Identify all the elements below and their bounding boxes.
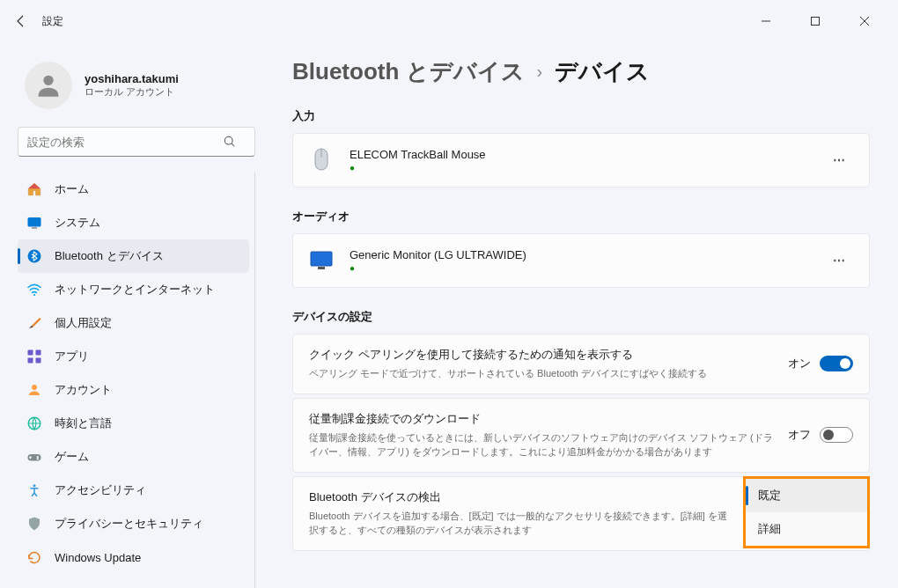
home-icon [26, 181, 42, 197]
svg-rect-22 [318, 267, 325, 269]
search-input[interactable] [18, 127, 255, 157]
sidebar-item-accounts[interactable]: アカウント [18, 373, 249, 407]
maximize-button[interactable] [799, 9, 831, 33]
device-name: ELECOM TrackBall Mouse [350, 148, 825, 161]
svg-rect-21 [311, 252, 332, 266]
svg-point-13 [32, 385, 37, 390]
user-name: yoshihara.takumi [85, 72, 179, 85]
chevron-right-icon: › [537, 62, 543, 82]
bluetooth-icon [26, 248, 42, 264]
svg-point-18 [33, 484, 36, 487]
dropdown-option-default[interactable]: 既定 [746, 479, 867, 512]
sidebar-item-network[interactable]: ネットワークとインターネット [18, 273, 249, 306]
more-button[interactable]: ⋯ [825, 246, 853, 275]
sidebar-item-bluetooth[interactable]: Bluetooth とデバイス [18, 239, 249, 273]
section-input-label: 入力 [292, 108, 870, 124]
nav-label: ホーム [55, 181, 89, 197]
apps-icon [26, 349, 42, 364]
sidebar-item-privacy[interactable]: プライバシーとセキュリティ [18, 507, 249, 540]
sidebar-item-home[interactable]: ホーム [18, 173, 249, 206]
nav-label: Windows Update [55, 551, 141, 564]
breadcrumb: Bluetooth とデバイス › デバイス [292, 56, 870, 87]
user-subtitle: ローカル アカウント [85, 85, 179, 99]
more-button[interactable]: ⋯ [825, 146, 853, 174]
system-icon [26, 215, 42, 231]
svg-rect-9 [28, 350, 33, 356]
svg-point-16 [37, 456, 39, 458]
account-icon [26, 382, 42, 398]
back-button[interactable] [11, 11, 32, 32]
nav-label: アカウント [55, 382, 112, 398]
sidebar-item-time-language[interactable]: 時刻と言語 [18, 407, 249, 440]
sidebar-item-apps[interactable]: アプリ [18, 340, 249, 373]
gamepad-icon [26, 449, 42, 465]
nav-label: アクセシビリティ [55, 482, 146, 498]
device-name: Generic Monitor (LG ULTRAWIDE) [350, 248, 825, 261]
setting-title: クイック ペアリングを使用して接続するための通知を表示する [309, 347, 774, 363]
mouse-icon [309, 147, 334, 173]
setting-desc: Bluetooth デバイスを追加する場合、[既定] では一般的なアクセサリを接… [309, 509, 735, 538]
sidebar-item-windows-update[interactable]: Windows Update [18, 540, 249, 574]
nav-label: システム [55, 215, 100, 231]
toggle-quick-pair[interactable] [820, 356, 853, 371]
svg-point-3 [224, 136, 232, 144]
svg-rect-10 [36, 350, 41, 356]
nav-label: アプリ [55, 349, 89, 364]
setting-quick-pair: クイック ペアリングを使用して接続するための通知を表示する ペアリング モードで… [292, 334, 870, 394]
brush-icon [26, 315, 42, 331]
window-title: 設定 [42, 14, 63, 29]
wifi-icon [26, 282, 42, 298]
status-dot: ● [350, 264, 825, 273]
minimize-button[interactable] [750, 9, 782, 33]
update-icon [26, 549, 42, 565]
accessibility-icon [26, 482, 42, 498]
setting-title: 従量制課金接続でのダウンロード [309, 411, 774, 427]
device-card-audio[interactable]: Generic Monitor (LG ULTRAWIDE) ● ⋯ [292, 233, 870, 288]
sidebar-item-personalization[interactable]: 個人用設定 [18, 306, 249, 340]
breadcrumb-parent[interactable]: Bluetooth とデバイス [292, 56, 525, 87]
toggle-metered[interactable] [820, 427, 853, 443]
setting-desc: ペアリング モードで近づけて、サポートされている Bluetooth デバイスに… [309, 366, 774, 381]
setting-metered: 従量制課金接続でのダウンロード 従量制課金接続を使っているときには、新しいデバイ… [292, 398, 870, 473]
svg-rect-6 [32, 227, 37, 229]
nav-label: Bluetooth とデバイス [55, 248, 164, 264]
sidebar-item-gaming[interactable]: ゲーム [18, 440, 249, 474]
toggle-state-label: オン [788, 356, 811, 371]
nav-label: 個人用設定 [55, 315, 112, 331]
svg-rect-1 [812, 18, 820, 26]
search-icon [224, 136, 236, 148]
section-audio-label: オーディオ [292, 209, 870, 224]
svg-point-8 [33, 294, 35, 296]
svg-rect-5 [28, 217, 41, 227]
dropdown-option-advanced[interactable]: 詳細 [746, 512, 867, 546]
svg-line-4 [232, 143, 234, 146]
avatar [25, 62, 72, 109]
svg-point-2 [43, 76, 53, 85]
sidebar-item-accessibility[interactable]: アクセシビリティ [18, 474, 249, 507]
nav-label: ネットワークとインターネット [55, 282, 215, 298]
setting-title: Bluetooth デバイスの検出 [309, 489, 735, 505]
device-card-input[interactable]: ELECOM TrackBall Mouse ● ⋯ [292, 133, 870, 187]
section-device-settings-label: デバイスの設定 [292, 309, 870, 325]
sidebar-item-system[interactable]: システム [18, 206, 249, 239]
status-dot: ● [350, 164, 825, 173]
setting-desc: 従量制課金接続を使っているときには、新しいデバイスのソフトウェア向けのデバイス … [309, 430, 774, 459]
monitor-icon [309, 251, 334, 270]
nav-label: 時刻と言語 [55, 415, 112, 431]
close-button[interactable] [849, 9, 880, 33]
toggle-state-label: オフ [788, 427, 811, 443]
globe-icon [26, 415, 42, 431]
shield-icon [26, 516, 42, 532]
nav-label: ゲーム [55, 449, 89, 465]
user-block[interactable]: yoshihara.takumi ローカル アカウント [18, 51, 255, 127]
dropdown-discovery[interactable]: 既定 詳細 [743, 476, 870, 548]
svg-point-17 [37, 458, 39, 459]
svg-rect-12 [36, 358, 41, 364]
svg-rect-11 [28, 358, 33, 364]
breadcrumb-current: デバイス [555, 56, 650, 87]
nav-label: プライバシーとセキュリティ [55, 516, 203, 532]
